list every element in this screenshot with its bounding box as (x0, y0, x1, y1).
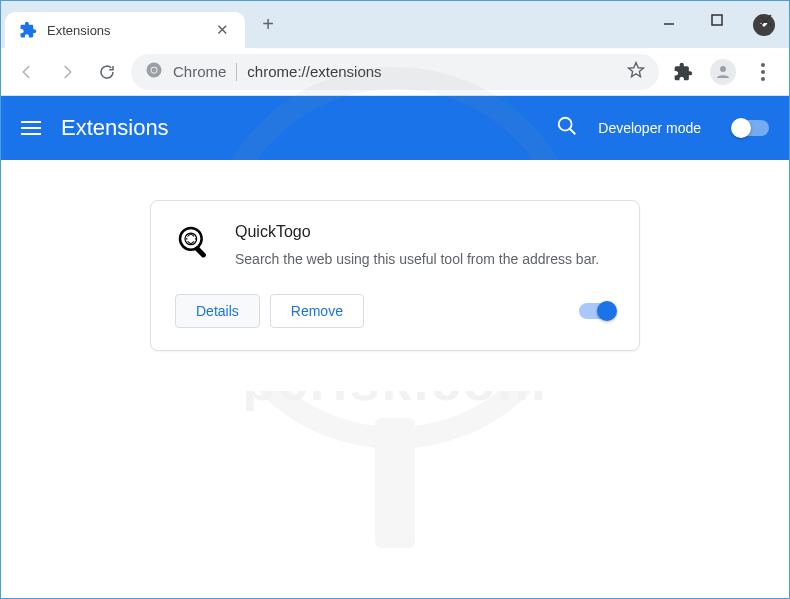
browser-toolbar: Chrome chrome://extensions (1, 48, 789, 96)
close-window-button[interactable] (741, 1, 789, 39)
menu-icon[interactable] (21, 121, 41, 135)
omnibox[interactable]: Chrome chrome://extensions (131, 54, 659, 90)
extensions-puzzle-icon[interactable] (667, 56, 699, 88)
svg-point-9 (720, 66, 726, 72)
extensions-list: QuickTogo Search the web using this usef… (1, 160, 789, 391)
new-tab-button[interactable]: + (253, 10, 283, 40)
window-titlebar: Extensions ✕ + (1, 1, 789, 48)
avatar-icon (710, 59, 736, 85)
page-title: Extensions (61, 115, 536, 141)
omnibox-separator (236, 63, 237, 81)
search-icon[interactable] (556, 115, 578, 141)
minimize-button[interactable] (645, 1, 693, 39)
reload-button[interactable] (91, 56, 123, 88)
chrome-menu-button[interactable] (747, 56, 779, 88)
maximize-button[interactable] (693, 1, 741, 39)
svg-rect-3 (712, 15, 722, 25)
forward-button[interactable] (51, 56, 83, 88)
svg-rect-1 (375, 418, 415, 548)
chrome-logo-icon (145, 61, 163, 83)
extension-card: QuickTogo Search the web using this usef… (150, 200, 640, 351)
svg-point-10 (559, 118, 572, 131)
browser-tab[interactable]: Extensions ✕ (5, 12, 245, 48)
bookmark-star-icon[interactable] (627, 61, 645, 83)
svg-rect-14 (194, 246, 207, 259)
tab-title: Extensions (47, 23, 203, 38)
window-controls (645, 1, 789, 39)
back-button[interactable] (11, 56, 43, 88)
extension-name: QuickTogo (235, 223, 615, 241)
profile-button[interactable] (707, 56, 739, 88)
omnibox-url: chrome://extensions (247, 63, 617, 80)
svg-line-11 (570, 129, 576, 135)
svg-point-8 (151, 67, 156, 72)
developer-mode-label: Developer mode (598, 120, 701, 136)
developer-mode-toggle[interactable] (733, 120, 769, 136)
omnibox-prefix: Chrome (173, 63, 226, 80)
extension-enable-toggle[interactable] (579, 303, 615, 319)
tab-close-button[interactable]: ✕ (213, 21, 231, 39)
extension-puzzle-icon (19, 21, 37, 39)
remove-button[interactable]: Remove (270, 294, 364, 328)
extension-description: Search the web using this useful tool fr… (235, 249, 615, 270)
extension-icon (175, 223, 215, 263)
extensions-header: Extensions Developer mode (1, 96, 789, 160)
details-button[interactable]: Details (175, 294, 260, 328)
